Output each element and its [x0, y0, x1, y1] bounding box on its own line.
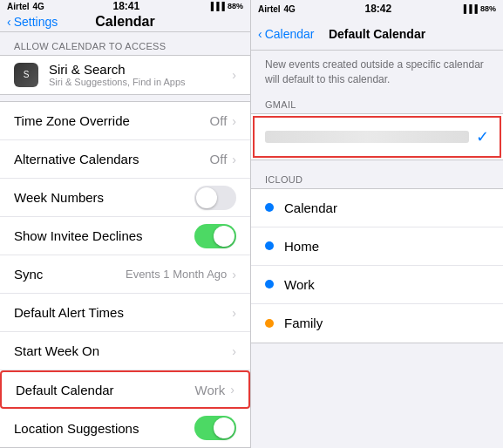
- icloud-calendar-row[interactable]: Calendar: [251, 189, 503, 227]
- right-nav-bar: ‹ Calendar Default Calendar: [251, 17, 503, 51]
- spacer-1: [0, 95, 250, 101]
- default-alert-label: Default Alert Times: [14, 305, 232, 320]
- sync-label: Sync: [14, 267, 126, 282]
- toggle-knob: [196, 187, 217, 208]
- page-title: Calendar: [95, 14, 154, 30]
- right-back-button[interactable]: ‹ Calendar: [258, 27, 315, 41]
- week-numbers-label: Week Numbers: [14, 190, 194, 205]
- icloud-group: Calendar Home Work Family: [251, 188, 503, 343]
- status-bar-right: ▐▐▐ 88%: [208, 2, 243, 10]
- left-nav-bar: ‹ Settings Calendar: [0, 12, 250, 32]
- icloud-calendar-name: Calendar: [284, 200, 489, 215]
- home-dot-icon: [265, 241, 274, 250]
- location-suggestions-label: Location Suggestions: [14, 421, 194, 436]
- right-chevron-left-icon: ‹: [258, 27, 262, 41]
- network-text: 4G: [33, 2, 44, 11]
- toggle-knob-3: [214, 417, 235, 438]
- siri-label: Siri & Search: [49, 62, 232, 77]
- siri-text-block: Siri & Search Siri & Suggestions, Find i…: [49, 62, 232, 87]
- timezone-value: Off: [210, 113, 228, 128]
- family-dot-icon: [265, 319, 274, 328]
- default-calendar-chevron-icon: ›: [230, 383, 235, 397]
- location-suggestions-toggle[interactable]: [194, 416, 236, 440]
- calendar-dot-icon: [265, 203, 274, 212]
- default-alert-row[interactable]: Default Alert Times ›: [0, 294, 250, 332]
- alt-calendars-row[interactable]: Alternative Calendars Off ›: [0, 140, 250, 179]
- alt-calendars-label: Alternative Calendars: [14, 152, 210, 166]
- gmail-blurred-email: [265, 131, 469, 143]
- right-battery-text: 88%: [480, 4, 496, 13]
- timezone-row[interactable]: Time Zone Override Off ›: [0, 102, 250, 140]
- back-button[interactable]: ‹ Settings: [7, 15, 58, 29]
- sync-row[interactable]: Sync Events 1 Month Ago ›: [0, 255, 250, 294]
- right-signal-icon: ▐▐▐: [461, 4, 478, 13]
- status-bar-carrier: Airtel 4G: [7, 2, 44, 11]
- siri-icon: S: [14, 63, 38, 87]
- work-dot-icon: [265, 280, 274, 288]
- default-calendar-value: Work: [195, 383, 226, 397]
- gmail-highlighted-row[interactable]: ✓: [253, 116, 501, 158]
- invitee-declines-toggle[interactable]: [194, 224, 236, 248]
- icloud-work-name: Work: [284, 277, 489, 292]
- status-bar-right-panel: Airtel 4G 18:42 ▐▐▐ 88%: [251, 0, 503, 17]
- start-week-label: Start Week On: [14, 343, 232, 358]
- right-network-text: 4G: [284, 4, 296, 14]
- status-bar-left: Airtel 4G 18:41 ▐▐▐ 88%: [0, 0, 250, 12]
- invitee-declines-label: Show Invitee Declines: [14, 228, 194, 243]
- start-week-chevron-icon: ›: [232, 344, 236, 358]
- status-bar-time: 18:41: [113, 0, 140, 12]
- toggle-knob-2: [214, 226, 235, 247]
- sync-chevron-icon: ›: [232, 268, 236, 282]
- right-time: 18:42: [365, 3, 392, 15]
- icloud-home-row[interactable]: Home: [251, 227, 503, 266]
- right-battery: ▐▐▐ 88%: [461, 4, 496, 13]
- start-week-row[interactable]: Start Week On ›: [0, 332, 250, 370]
- siri-chevron-icon: ›: [232, 68, 236, 82]
- gmail-row-content: ✓: [255, 118, 500, 156]
- right-carrier: Airtel 4G: [258, 4, 296, 14]
- siri-row[interactable]: S Siri & Search Siri & Suggestions, Find…: [0, 56, 250, 94]
- gmail-section-label: GMAIL: [251, 94, 503, 113]
- right-page-title: Default Calendar: [329, 27, 425, 41]
- spacer-right-1: [251, 160, 503, 169]
- siri-sublabel: Siri & Suggestions, Find in Apps: [49, 77, 232, 87]
- battery-text: 88%: [228, 2, 243, 10]
- default-calendar-label: Default Calendar: [16, 383, 195, 397]
- icloud-family-name: Family: [284, 316, 489, 330]
- right-panel: Airtel 4G 18:42 ▐▐▐ 88% ‹ Calendar Defau…: [251, 0, 503, 448]
- default-calendar-row[interactable]: Default Calendar Work ›: [0, 370, 250, 409]
- checkmark-icon: ✓: [476, 127, 489, 146]
- back-label[interactable]: Settings: [14, 15, 58, 29]
- description-text: New events created outside a specific ca…: [251, 51, 503, 94]
- chevron-left-icon: ‹: [7, 15, 11, 29]
- icloud-work-row[interactable]: Work: [251, 266, 503, 304]
- right-back-label[interactable]: Calendar: [265, 27, 315, 41]
- main-settings-group: Time Zone Override Off › Alternative Cal…: [0, 101, 250, 448]
- invitee-declines-row: Show Invitee Declines: [0, 217, 250, 255]
- section-header: ALLOW CALENDAR TO ACCESS: [0, 32, 250, 55]
- week-numbers-row: Week Numbers: [0, 179, 250, 217]
- location-suggestions-row: Location Suggestions: [0, 409, 250, 447]
- icloud-home-name: Home: [284, 239, 489, 254]
- default-alert-chevron-icon: ›: [232, 306, 236, 320]
- alt-calendars-value: Off: [210, 152, 228, 166]
- siri-group: S Siri & Search Siri & Suggestions, Find…: [0, 55, 250, 95]
- right-carrier-text: Airtel: [258, 4, 281, 14]
- week-numbers-toggle[interactable]: [194, 186, 236, 210]
- icloud-family-row[interactable]: Family: [251, 304, 503, 343]
- gmail-group: ✓: [251, 113, 503, 160]
- sync-value: Events 1 Month Ago: [126, 268, 227, 281]
- icloud-section-label: ICLOUD: [251, 169, 503, 188]
- alt-calendars-chevron-icon: ›: [232, 153, 236, 166]
- carrier-text: Airtel: [7, 2, 30, 11]
- signal-icon: ▐▐▐: [208, 2, 225, 10]
- left-panel: Airtel 4G 18:41 ▐▐▐ 88% ‹ Settings Calen…: [0, 0, 251, 448]
- timezone-chevron-icon: ›: [232, 114, 236, 128]
- timezone-label: Time Zone Override: [14, 113, 210, 128]
